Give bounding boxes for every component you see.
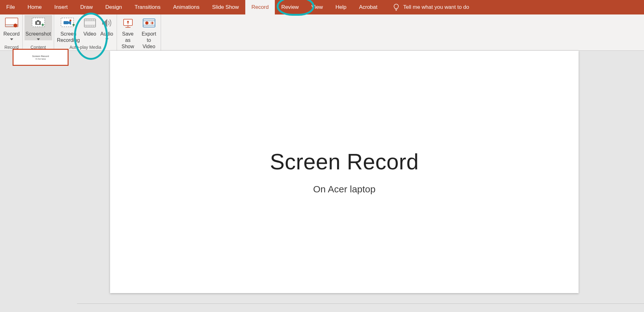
video-button-label: Video — [83, 31, 96, 37]
tab-slideshow[interactable]: Slide Show — [206, 0, 245, 14]
slide-title-text[interactable]: Screen Record — [270, 149, 419, 174]
save-as-show-icon — [122, 16, 134, 30]
audio-button[interactable]: Audio — [98, 15, 115, 40]
slide-canvas[interactable]: Screen Record On Acer laptop — [110, 51, 579, 293]
record-button-label: Record — [3, 31, 20, 37]
status-bar-separator — [77, 303, 644, 304]
screenshot-icon — [31, 16, 46, 30]
tab-record[interactable]: Record — [245, 0, 275, 14]
video-button[interactable]: Video — [81, 15, 98, 37]
slide-editor-area[interactable]: Screen Record On Acer laptop — [77, 51, 644, 312]
lightbulb-icon — [393, 3, 399, 11]
svg-point-14 — [69, 20, 71, 21]
screenshot-button[interactable]: Screenshot — [25, 15, 52, 40]
save-as-show-label-1: Save as — [120, 31, 136, 43]
record-button[interactable]: Record — [2, 15, 21, 40]
tab-acrobat[interactable]: Acrobat — [353, 0, 384, 14]
ribbon-tab-strip: File Home Insert Draw Design Transitions… — [0, 0, 644, 14]
save-as-show-label-2: Show — [121, 43, 134, 50]
tab-home[interactable]: Home — [21, 0, 48, 14]
audio-button-label: Audio — [100, 31, 113, 37]
tell-me-label: Tell me what you want to do — [403, 4, 469, 10]
svg-rect-12 — [64, 21, 69, 24]
thumb-title: Screen Record — [32, 55, 49, 58]
export-to-video-button[interactable]: Export to Video — [138, 15, 160, 50]
tab-insert[interactable]: Insert — [48, 0, 74, 14]
thumb-subtitle: On Acer laptop — [35, 58, 46, 60]
tab-draw[interactable]: Draw — [74, 0, 99, 14]
tab-help[interactable]: Help — [329, 0, 353, 14]
chevron-down-icon — [105, 38, 108, 40]
slide-thumbnail-pane[interactable]: Screen Record On Acer laptop — [0, 51, 77, 312]
ribbon: Record Record — [0, 14, 644, 51]
tab-review[interactable]: Review — [275, 0, 305, 14]
screenshot-button-label: Screenshot — [25, 31, 51, 37]
slide-subtitle-text[interactable]: On Acer laptop — [313, 184, 375, 195]
slide-thumbnail-1[interactable]: Screen Record On Acer laptop — [13, 49, 69, 66]
svg-rect-8 — [37, 20, 39, 21]
screen-recording-button[interactable]: Screen Recording — [56, 15, 81, 43]
screen-recording-label-1: Screen — [60, 31, 76, 37]
svg-point-7 — [37, 22, 39, 24]
svg-marker-30 — [102, 19, 107, 27]
audio-icon — [101, 16, 113, 30]
save-as-show-button[interactable]: Save as Show — [118, 15, 138, 50]
chevron-down-icon — [37, 38, 40, 40]
chevron-down-icon — [10, 38, 13, 40]
tab-view[interactable]: View — [305, 0, 329, 14]
export-label-2: to Video — [140, 37, 158, 50]
svg-point-4 — [14, 24, 17, 27]
group-label-autoplay: Auto-play Media — [69, 45, 101, 50]
screen-recording-label-2: Recording — [57, 37, 80, 43]
tab-transitions[interactable]: Transitions — [128, 0, 167, 14]
workspace: Screen Record On Acer laptop Screen Reco… — [0, 51, 644, 312]
video-icon — [84, 16, 96, 30]
tab-design[interactable]: Design — [99, 0, 128, 14]
export-video-icon — [142, 16, 156, 30]
svg-point-38 — [145, 21, 148, 25]
export-label-1: Export — [142, 31, 156, 37]
record-icon — [5, 16, 18, 30]
tell-me-search[interactable]: Tell me what you want to do — [393, 0, 469, 14]
tab-animations[interactable]: Animations — [167, 0, 206, 14]
screen-recording-icon — [60, 16, 77, 30]
tab-file[interactable]: File — [0, 0, 21, 14]
